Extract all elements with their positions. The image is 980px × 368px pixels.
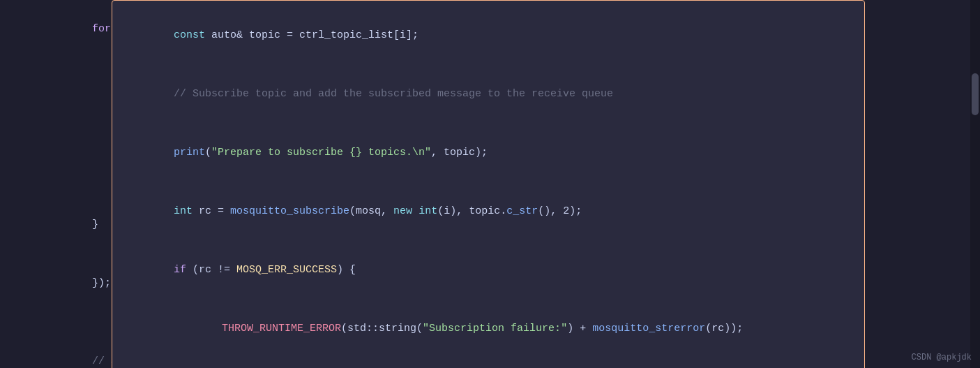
tooltip-line-2: // Subscribe topic and add the subscribe… bbox=[123, 65, 853, 124]
tooltip-line-1: const auto& topic = ctrl_topic_list[i]; bbox=[123, 6, 853, 65]
tooltip-line-5: if (rc != MOSQ_ERR_SUCCESS) { bbox=[123, 241, 853, 300]
scrollbar-thumb[interactable] bbox=[972, 73, 979, 115]
code-editor: for (int i = 0; i < ctrl_topic_list.size… bbox=[0, 0, 980, 368]
tooltip-line-6: THROW_RUNTIME_ERROR(std::string("Subscri… bbox=[123, 300, 853, 358]
tooltip-line-3: print("Prepare to subscribe {} topics.\n… bbox=[123, 124, 853, 182]
scrollbar[interactable] bbox=[970, 0, 980, 368]
code-lines: for (int i = 0; i < ctrl_topic_list.size… bbox=[0, 0, 980, 368]
tooltip-line-4: int rc = mosquitto_subscribe(mosq, new i… bbox=[123, 182, 853, 241]
watermark: CSDN @apkjdk bbox=[912, 353, 972, 362]
tooltip-line-7: } bbox=[123, 358, 853, 368]
keyword-for: for bbox=[92, 23, 111, 35]
tooltip-popup: const auto& topic = ctrl_topic_list[i]; … bbox=[112, 0, 865, 368]
